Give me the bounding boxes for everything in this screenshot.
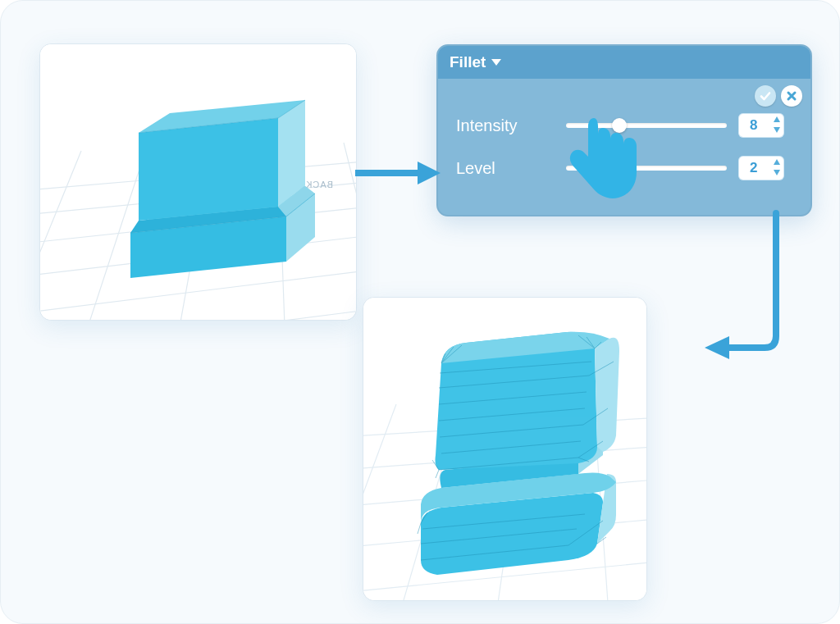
close-button[interactable] xyxy=(781,85,802,107)
check-icon xyxy=(759,89,772,102)
step-up-icon[interactable] xyxy=(773,116,781,124)
step-down-icon[interactable] xyxy=(773,125,781,134)
panel-header[interactable]: Fillet xyxy=(438,46,810,79)
panel-title: Fillet xyxy=(450,53,486,71)
intensity-label: Intensity xyxy=(456,116,555,135)
preview-after xyxy=(363,297,647,601)
level-spinner[interactable]: 2 xyxy=(738,156,784,180)
svg-marker-14 xyxy=(774,127,780,133)
model-block-rounded xyxy=(418,332,619,575)
intensity-value: 8 xyxy=(750,117,757,134)
arrow-before-to-panel xyxy=(355,157,441,189)
level-label: Level xyxy=(456,159,555,178)
diagram-canvas: BACK xyxy=(0,0,840,624)
svg-marker-15 xyxy=(774,159,780,165)
intensity-slider[interactable] xyxy=(566,123,727,128)
intensity-slider-thumb[interactable] xyxy=(612,118,627,133)
svg-marker-7 xyxy=(139,118,278,221)
before-model-illustration: BACK xyxy=(40,44,356,320)
level-value: 2 xyxy=(750,160,757,176)
dropdown-caret-icon xyxy=(491,58,502,66)
svg-marker-13 xyxy=(774,116,780,122)
preview-before: BACK xyxy=(39,43,357,321)
model-block xyxy=(130,100,315,278)
step-down-icon[interactable] xyxy=(773,168,781,176)
svg-marker-18 xyxy=(418,162,441,184)
arrow-panel-to-after xyxy=(645,213,801,369)
svg-marker-19 xyxy=(705,336,729,359)
step-up-icon[interactable] xyxy=(773,158,781,166)
confirm-button[interactable] xyxy=(755,85,776,107)
axis-label: BACK xyxy=(305,180,333,189)
intensity-spinner[interactable]: 8 xyxy=(738,113,784,138)
after-model-illustration xyxy=(363,298,646,600)
svg-marker-12 xyxy=(491,59,501,66)
fillet-settings-panel: Fillet Intensity 8 xyxy=(436,44,812,216)
close-icon xyxy=(785,89,798,102)
level-slider[interactable] xyxy=(566,166,727,171)
svg-marker-16 xyxy=(774,170,780,175)
